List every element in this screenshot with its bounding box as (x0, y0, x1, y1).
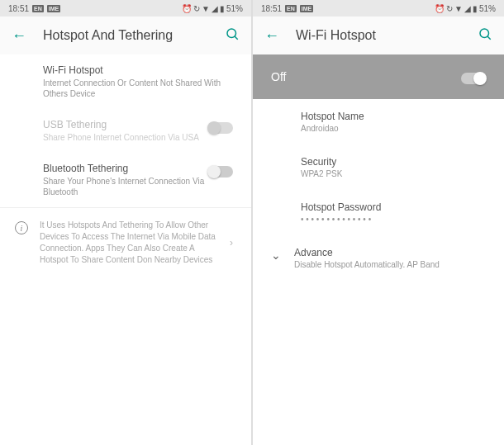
signal-icon: ◢ (464, 4, 471, 13)
bluetooth-tethering-sub: Share Your Phone's Internet Connection V… (43, 176, 208, 197)
sync-icon: ↻ (446, 4, 453, 13)
status-badge-1: EN (32, 5, 44, 12)
usb-tethering-sub: Share Phone Internet Connection Via USA (43, 132, 208, 143)
phone-right: 18:51 EN IME ⏰ ↻ ▼ ◢ ▮ 51% ← Wi-Fi Hotsp… (253, 0, 504, 445)
wifi-hotspot-item[interactable]: Wi-Fi Hotspot Internet Connection Or Con… (0, 54, 251, 109)
header: ← Wi-Fi Hotspot (253, 17, 504, 54)
status-badge-1: EN (285, 5, 297, 12)
master-toggle[interactable] (461, 73, 486, 84)
toggle-label: Off (271, 70, 286, 83)
page-title: Hotspot And Tethering (43, 28, 225, 43)
svg-point-2 (480, 29, 489, 38)
hotspot-name-label: Hotspot Name (301, 111, 486, 122)
hotspot-name-item[interactable]: Hotspot Name Androidao (253, 99, 504, 144)
password-value: • • • • • • • • • • • • • • (301, 215, 486, 224)
back-button[interactable]: ← (264, 27, 279, 45)
battery-icon: ▮ (473, 4, 478, 13)
sync-icon: ↻ (193, 4, 200, 13)
status-bar: 18:51 EN IME ⏰ ↻ ▼ ◢ ▮ 51% (253, 0, 504, 17)
advance-value: Disable Hotspot Automatically. AP Band (294, 260, 486, 269)
status-badge-2: IME (47, 5, 60, 12)
svg-point-0 (227, 29, 236, 38)
wifi-icon: ▼ (202, 4, 210, 13)
usb-tethering-toggle (208, 122, 233, 134)
hotspot-name-value: Androidao (301, 124, 486, 133)
battery-icon: ▮ (220, 4, 225, 13)
chevron-down-icon: ⌄ (271, 249, 281, 262)
bluetooth-tethering-title: Bluetooth Tethering (43, 163, 208, 174)
bluetooth-tethering-toggle[interactable] (208, 166, 233, 178)
search-button[interactable] (225, 26, 240, 45)
usb-tethering-title: USB Tethering (43, 119, 208, 130)
back-button[interactable]: ← (12, 27, 26, 45)
status-time: 18:51 (8, 4, 29, 13)
password-item[interactable]: Hotspot Password • • • • • • • • • • • •… (253, 190, 504, 235)
status-time: 18:51 (261, 4, 282, 13)
search-button[interactable] (478, 26, 492, 45)
chevron-right-icon: › (230, 237, 233, 249)
status-bar: 18:51 EN IME ⏰ ↻ ▼ ◢ ▮ 51% (0, 0, 251, 17)
header: ← Hotspot And Tethering (0, 17, 251, 54)
info-row[interactable]: i It Uses Hotspots And Tethering To Allo… (0, 207, 251, 277)
bluetooth-tethering-item[interactable]: Bluetooth Tethering Share Your Phone's I… (0, 153, 251, 207)
phone-left: 18:51 EN IME ⏰ ↻ ▼ ◢ ▮ 51% ← Hotspot And… (0, 0, 251, 445)
usb-tethering-item: USB Tethering Share Phone Internet Conne… (0, 109, 251, 153)
advance-label: Advance (294, 247, 486, 258)
info-text: It Uses Hotspots And Tethering To Allow … (40, 220, 218, 266)
master-toggle-bar[interactable]: Off (253, 54, 504, 99)
wifi-icon: ▼ (454, 4, 463, 13)
info-icon: i (15, 221, 28, 234)
battery-percent: 51% (479, 4, 496, 13)
svg-line-1 (235, 36, 238, 40)
password-label: Hotspot Password (301, 201, 486, 213)
wifi-hotspot-sub: Internet Connection Or Content Not Share… (43, 78, 233, 99)
status-badge-2: IME (300, 5, 313, 12)
security-item[interactable]: Security WPA2 PSK (253, 144, 504, 190)
wifi-hotspot-title: Wi-Fi Hotspot (43, 64, 233, 76)
security-label: Security (301, 156, 486, 168)
advance-item[interactable]: ⌄ Advance Disable Hotspot Automatically.… (253, 235, 504, 281)
signal-icon: ◢ (212, 4, 218, 13)
svg-line-3 (487, 36, 491, 40)
security-value: WPA2 PSK (301, 169, 486, 178)
alarm-icon: ⏰ (435, 4, 445, 13)
page-title: Wi-Fi Hotspot (296, 28, 478, 43)
alarm-icon: ⏰ (182, 4, 192, 13)
battery-percent: 51% (226, 4, 243, 13)
